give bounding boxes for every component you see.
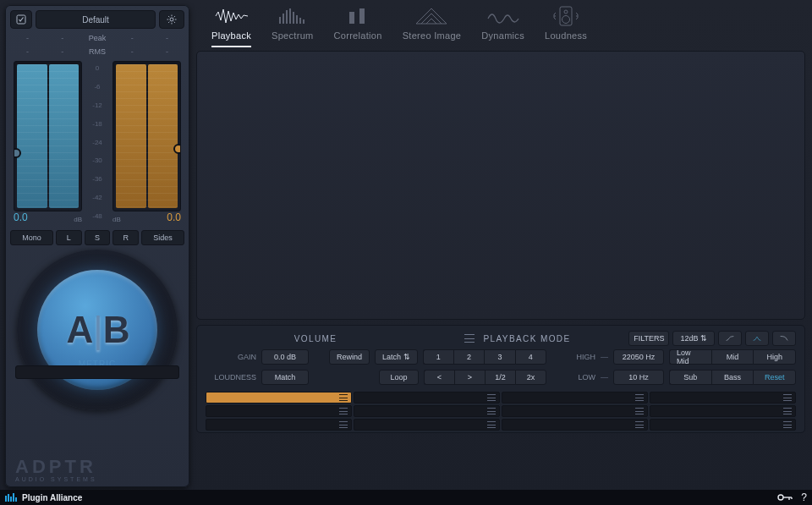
gain-value[interactable]: 0.0 dB: [261, 349, 309, 365]
pa-logo-icon: [5, 493, 17, 502]
band-mid-button[interactable]: Mid: [711, 349, 754, 365]
meter-a[interactable]: [14, 61, 82, 211]
tab-stereo-image[interactable]: Stereo Image: [403, 5, 462, 54]
lowcut-shape-button[interactable]: [718, 331, 742, 346]
stream-lane[interactable]: [650, 419, 796, 431]
low-label: LOW: [567, 373, 595, 381]
lane-handle-icon[interactable]: [487, 394, 496, 401]
nav-next-button[interactable]: >: [454, 370, 485, 385]
stream-lane[interactable]: [502, 405, 648, 417]
stereo-image-icon: [414, 5, 448, 27]
lane-handle-icon[interactable]: [783, 408, 792, 414]
lane-handle-icon[interactable]: [487, 408, 496, 414]
monitor-right-button[interactable]: R: [112, 230, 139, 245]
svg-rect-5: [296, 15, 298, 24]
stream-lane[interactable]: [206, 392, 352, 403]
band-high-button[interactable]: High: [753, 349, 796, 365]
highcut-shape-button[interactable]: [772, 331, 796, 346]
tab-loudness[interactable]: Loudness: [545, 5, 587, 54]
lane-handle-icon[interactable]: [635, 408, 644, 414]
tab-correlation[interactable]: Correlation: [334, 5, 382, 54]
help-icon[interactable]: ?: [801, 491, 807, 503]
lane-handle-icon[interactable]: [487, 421, 496, 428]
svg-rect-3: [289, 8, 291, 24]
lane-handle-icon[interactable]: [339, 421, 348, 428]
svg-rect-9: [359, 8, 365, 24]
rms-readouts: - - RMS - -: [10, 47, 184, 56]
stream-lane[interactable]: [206, 405, 352, 417]
peak-readouts: - - Peak - -: [10, 34, 184, 42]
loudness-match-button[interactable]: Match: [261, 370, 309, 385]
high-freq-value[interactable]: 22050 Hz: [613, 349, 664, 365]
svg-line-20: [174, 22, 175, 23]
monitor-mono-button[interactable]: Mono: [10, 230, 53, 245]
trim-knob-b[interactable]: [173, 144, 181, 154]
lane-handle-icon[interactable]: [339, 408, 348, 414]
svg-line-21: [174, 16, 175, 17]
tab-spectrum[interactable]: Spectrum: [272, 5, 313, 54]
tab-label: Stereo Image: [403, 30, 462, 41]
lane-handle-icon[interactable]: [635, 394, 644, 401]
bandpass-shape-button[interactable]: [745, 331, 769, 346]
high-label: HIGH: [567, 353, 595, 361]
filter-slope-select[interactable]: 12dB ⇅: [672, 331, 715, 346]
stream-lane[interactable]: [354, 419, 500, 431]
settings-button[interactable]: [159, 10, 184, 29]
svg-rect-23: [5, 496, 7, 502]
meter-b[interactable]: [112, 61, 181, 211]
monitor-sum-button[interactable]: S: [85, 230, 111, 245]
monitor-sides-button[interactable]: Sides: [141, 230, 184, 245]
band-bass-button[interactable]: Bass: [711, 370, 754, 385]
cue-4-button[interactable]: 4: [515, 349, 546, 365]
peak-label: Peak: [80, 34, 114, 42]
rms-a-r: -: [45, 47, 80, 56]
lane-handle-icon[interactable]: [635, 421, 644, 428]
save-preset-button[interactable]: [10, 10, 32, 29]
tab-playback[interactable]: Playback: [211, 5, 251, 54]
meter-b-unit: dB: [112, 216, 121, 223]
cue-2-button[interactable]: 2: [453, 349, 484, 365]
cue-1-button[interactable]: 1: [423, 349, 453, 365]
updown-icon: ⇅: [403, 353, 410, 361]
stream-lane[interactable]: [354, 392, 500, 403]
meter-a-unit: dB: [74, 216, 82, 223]
svg-rect-26: [13, 493, 14, 502]
svg-rect-8: [349, 12, 354, 24]
lane-handle-icon[interactable]: [339, 394, 348, 401]
monitor-left-button[interactable]: L: [56, 230, 82, 245]
speed-half-button[interactable]: 1/2: [485, 370, 515, 385]
speaker-icon: [549, 5, 583, 27]
low-freq-value[interactable]: 10 Hz: [613, 370, 664, 385]
stream-lane[interactable]: [206, 419, 352, 431]
peak-b-r: -: [150, 34, 184, 42]
cue-3-button[interactable]: 3: [484, 349, 514, 365]
stream-lane[interactable]: [650, 405, 796, 417]
stream-lane[interactable]: [354, 405, 500, 417]
loop-button[interactable]: Loop: [379, 370, 419, 385]
dynamics-icon: [486, 5, 520, 27]
rms-b-r: -: [150, 47, 184, 56]
drag-handle-icon[interactable]: [464, 334, 475, 343]
band-lowmid-button[interactable]: Low Mid: [669, 349, 711, 365]
ab-status-bar: [15, 365, 179, 379]
lane-handle-icon[interactable]: [783, 394, 792, 401]
latch-button[interactable]: Latch ⇅: [375, 349, 418, 365]
footer-brand[interactable]: Plugin Alliance: [22, 493, 82, 502]
stream-lane[interactable]: [502, 419, 648, 431]
key-icon[interactable]: [777, 492, 793, 502]
svg-rect-1: [283, 14, 284, 24]
band-sub-button[interactable]: Sub: [669, 370, 711, 385]
stream-lane[interactable]: [502, 392, 648, 403]
tab-label: Loudness: [545, 30, 587, 41]
filters-reset-button[interactable]: Reset: [753, 370, 796, 385]
lane-handle-icon[interactable]: [783, 421, 792, 428]
preset-selector[interactable]: Default: [36, 10, 156, 29]
speed-double-button[interactable]: 2x: [515, 370, 546, 385]
stream-lane[interactable]: [650, 392, 796, 403]
tab-dynamics[interactable]: Dynamics: [481, 5, 524, 54]
spectrum-bars-icon: [276, 5, 310, 27]
main-display[interactable]: [196, 51, 805, 320]
filters-toggle[interactable]: FILTERS: [628, 331, 669, 346]
nav-prev-button[interactable]: <: [424, 370, 454, 385]
rewind-button[interactable]: Rewind: [329, 349, 370, 365]
